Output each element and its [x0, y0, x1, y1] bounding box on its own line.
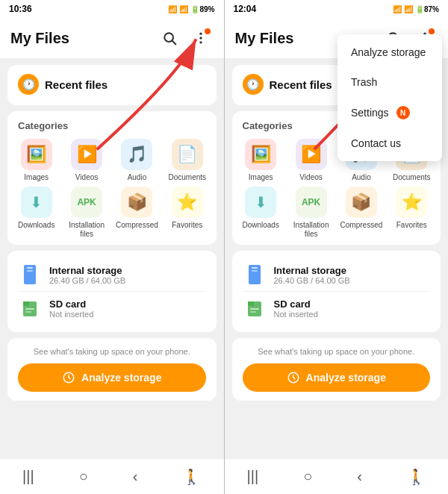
cat-videos-right[interactable]: ▶️ Videos: [287, 139, 335, 182]
cat-documents-left[interactable]: 📄 Documents: [163, 139, 211, 182]
cat-apk-right[interactable]: APK Installation files: [287, 187, 335, 239]
time-left: 10:36: [9, 4, 32, 14]
categories-label-left: Categories: [18, 120, 212, 131]
recent-files-title-left: Recent files: [45, 78, 108, 91]
sd-card-sub-right: Not inserted: [274, 310, 431, 319]
svg-point-2: [199, 33, 202, 35]
status-bar-left: 10:36 📶 📶 🔋89%: [0, 0, 224, 18]
sd-card-icon-right: [243, 296, 267, 320]
status-icons-right: 📶 📶 🔋87%: [393, 5, 439, 13]
time-right: 12:04: [234, 4, 257, 14]
analyze-hint-left: See what's taking up space on your phone…: [34, 347, 190, 356]
nav-bar-right: ||| ○ ‹ 🚶: [225, 458, 449, 494]
svg-rect-11: [25, 311, 31, 313]
svg-rect-20: [252, 267, 258, 269]
svg-rect-6: [27, 267, 33, 269]
internal-storage-icon-left: [18, 263, 42, 287]
svg-rect-24: [250, 308, 259, 310]
nav-home-left[interactable]: ○: [72, 465, 96, 488]
search-button-left[interactable]: [157, 25, 182, 51]
svg-rect-7: [27, 270, 33, 272]
sd-card-sub-left: Not inserted: [49, 310, 206, 319]
categories-card-left: Categories 🖼️ Images ▶️ Videos 🎵 Audio 📄…: [7, 111, 217, 245]
sd-card-icon-left: [18, 296, 42, 320]
analyze-hint-right: See what's taking up space on your phone…: [258, 347, 414, 356]
svg-line-1: [172, 41, 175, 45]
cat-apk-left[interactable]: APK Installation files: [62, 187, 111, 239]
notification-dot-left: [205, 28, 211, 34]
page-title-left: My Files: [10, 30, 69, 47]
svg-rect-25: [250, 311, 256, 313]
nav-home-right[interactable]: ○: [296, 465, 320, 488]
status-icons-left: 📶 📶 🔋89%: [168, 5, 214, 13]
internal-storage-name-left: Internal storage: [49, 265, 206, 276]
clock-icon-left: 🕐: [18, 74, 39, 95]
cat-images-left[interactable]: 🖼️ Images: [12, 139, 60, 182]
dropdown-menu-right: Analyze storage Trash Settings N Contact…: [337, 34, 442, 161]
top-bar-left: My Files: [0, 18, 224, 59]
left-phone: 10:36 📶 📶 🔋89% My Files: [0, 0, 224, 494]
cat-favorites-left[interactable]: ⭐ Favorites: [163, 187, 211, 239]
downloads-icon-right: ⬇: [245, 187, 276, 218]
cat-images-right[interactable]: 🖼️ Images: [237, 139, 285, 182]
storage-card-left: Internal storage 26.40 GB / 64.00 GB SD …: [7, 251, 217, 332]
nav-user-right[interactable]: 🚶: [399, 465, 433, 489]
svg-point-3: [199, 37, 202, 39]
internal-storage-sub-left: 26.40 GB / 64.00 GB: [49, 276, 206, 285]
analyze-card-right: See what's taking up space on your phone…: [232, 338, 441, 401]
documents-icon-left: 📄: [172, 139, 203, 170]
sd-card-right[interactable]: SD card Not inserted: [243, 291, 431, 325]
internal-storage-name-right: Internal storage: [274, 265, 431, 276]
images-icon-right: 🖼️: [245, 139, 276, 170]
sd-card-name-right: SD card: [274, 298, 431, 310]
nav-menu-left[interactable]: |||: [15, 465, 42, 488]
more-options-button-left[interactable]: [188, 25, 214, 51]
nav-menu-right[interactable]: |||: [240, 465, 267, 488]
cat-compressed-left[interactable]: 📦 Compressed: [113, 187, 161, 239]
svg-marker-23: [248, 301, 254, 306]
analyze-storage-button-right[interactable]: Analyze storage: [243, 363, 431, 392]
dropdown-contact-us[interactable]: Contact us: [337, 128, 442, 158]
images-icon-left: 🖼️: [21, 139, 52, 170]
internal-storage-left[interactable]: Internal storage 26.40 GB / 64.00 GB: [18, 258, 206, 291]
nav-back-right[interactable]: ‹: [349, 465, 370, 488]
recent-files-card-left: 🕐 Recent files: [7, 65, 217, 105]
dropdown-analyze-storage[interactable]: Analyze storage: [337, 37, 442, 67]
cat-favorites-right[interactable]: ⭐ Favorites: [388, 187, 436, 239]
categories-grid-left: 🖼️ Images ▶️ Videos 🎵 Audio 📄 Documents …: [12, 139, 212, 239]
internal-storage-right[interactable]: Internal storage 26.40 GB / 64.00 GB: [243, 258, 431, 291]
svg-marker-9: [23, 301, 29, 306]
page-title-right: My Files: [235, 30, 294, 47]
svg-point-4: [199, 41, 202, 43]
svg-rect-21: [252, 270, 258, 272]
compressed-icon-right: 📦: [346, 187, 377, 218]
cat-videos-left[interactable]: ▶️ Videos: [62, 139, 111, 182]
analyze-storage-button-left[interactable]: Analyze storage: [18, 363, 206, 392]
settings-badge: N: [396, 106, 410, 119]
sd-card-left[interactable]: SD card Not inserted: [18, 291, 206, 325]
internal-storage-icon-right: [243, 263, 267, 287]
cat-compressed-right[interactable]: 📦 Compressed: [337, 187, 385, 239]
videos-icon-right: ▶️: [296, 139, 327, 170]
internal-storage-sub-right: 26.40 GB / 64.00 GB: [274, 276, 431, 285]
dropdown-trash[interactable]: Trash: [337, 67, 442, 97]
apk-icon-right: APK: [296, 187, 327, 218]
nav-back-left[interactable]: ‹: [125, 465, 146, 488]
cat-downloads-right[interactable]: ⬇ Downloads: [237, 187, 285, 239]
dropdown-settings[interactable]: Settings N: [337, 97, 442, 128]
right-phone: 12:04 📶 📶 🔋87% My Files: [225, 0, 449, 494]
sd-card-name-left: SD card: [49, 298, 206, 310]
clock-icon-right: 🕐: [243, 74, 264, 95]
apk-icon-left: APK: [71, 187, 102, 218]
favorites-icon-left: ⭐: [172, 187, 203, 218]
favorites-icon-right: ⭐: [396, 187, 427, 218]
notification-dot-right: [429, 28, 435, 34]
audio-icon-left: 🎵: [121, 139, 152, 170]
header-icons-left: [157, 25, 214, 51]
cat-audio-left[interactable]: 🎵 Audio: [113, 139, 161, 182]
cat-downloads-left[interactable]: ⬇ Downloads: [12, 187, 60, 239]
nav-user-left[interactable]: 🚶: [175, 465, 208, 489]
content-left: 🕐 Recent files Categories 🖼️ Images ▶️ V…: [0, 59, 224, 458]
compressed-icon-left: 📦: [121, 187, 152, 218]
storage-card-right: Internal storage 26.40 GB / 64.00 GB SD …: [232, 251, 441, 332]
